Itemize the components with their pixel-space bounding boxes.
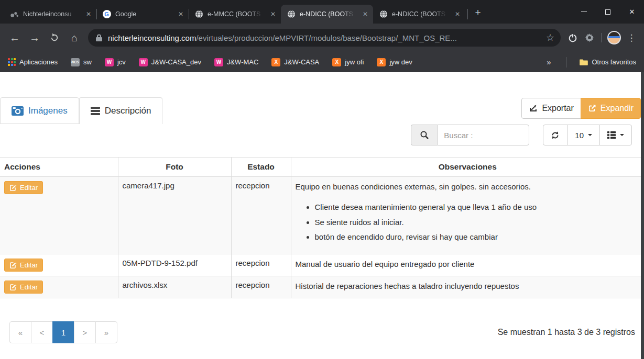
browser-toolbar: ← → ⌂ nichterleinconsulting.com/evirtual…: [0, 24, 644, 52]
refresh-icon: [551, 131, 560, 140]
tab-imagenes-label: Imágenes: [28, 106, 68, 116]
bookmark-aplicaciones[interactable]: Aplicaciones: [8, 58, 58, 66]
bookmark-jyw-dev[interactable]: X jyw dev: [377, 58, 412, 66]
bookmark-sw[interactable]: NCS sw: [71, 58, 92, 66]
site-favicon-icon: [10, 10, 19, 19]
home-button[interactable]: ⌂: [65, 28, 84, 47]
page-last-button[interactable]: »: [95, 321, 117, 343]
cell-observaciones: Historial de reparaciones hechas a talad…: [291, 276, 644, 298]
tab-close-icon[interactable]: ✕: [176, 9, 185, 19]
edit-button[interactable]: Editar: [4, 281, 43, 294]
edit-label: Editar: [20, 283, 38, 291]
page-1-button[interactable]: 1: [52, 321, 74, 343]
minimize-icon: [581, 12, 587, 12]
expand-icon: [588, 104, 596, 113]
minimize-button[interactable]: [572, 0, 596, 24]
bookmark-jcv[interactable]: W jcv: [105, 58, 126, 66]
close-window-button[interactable]: ✕: [620, 0, 644, 24]
columns-icon: [607, 131, 616, 139]
bookmark-label: sw: [83, 58, 92, 66]
address-bar[interactable]: nichterleinconsulting.com/evirtuales/pro…: [88, 29, 561, 47]
page-size-dropdown[interactable]: 10: [567, 125, 600, 145]
toolbar-divider: [601, 33, 602, 42]
url-path: /evirtuales/produccion/eMPVIRT/modulos/b…: [196, 33, 456, 42]
bookmark-jw-casa-dev[interactable]: W J&W-CASA_dev: [139, 58, 201, 66]
scrollbar[interactable]: [641, 72, 644, 359]
tab-imagenes[interactable]: Imágenes: [0, 97, 79, 124]
tab-close-icon[interactable]: ✕: [361, 9, 370, 19]
search-group: [411, 125, 529, 145]
reload-button[interactable]: [45, 28, 64, 47]
bookmark-label: Aplicaciones: [19, 58, 58, 66]
observaciones-item: Se siente ruidos al iniciar.: [315, 217, 640, 228]
bookmark-label: Otros favoritos: [592, 58, 636, 66]
xampp-icon: X: [377, 58, 386, 66]
page-size-value: 10: [575, 131, 584, 140]
globe-favicon-icon: [287, 10, 296, 19]
url-text: nichterleinconsulting.com/evirtuales/pro…: [108, 33, 457, 42]
forward-button[interactable]: →: [25, 28, 44, 47]
bookmark-label: jcv: [117, 58, 126, 66]
chevron-down-icon: [588, 134, 592, 136]
page-first-button[interactable]: «: [9, 321, 31, 343]
refresh-button[interactable]: [543, 125, 567, 145]
ncs-icon: NCS: [71, 58, 80, 66]
back-button[interactable]: ←: [5, 28, 24, 47]
edit-button[interactable]: Editar: [4, 259, 43, 272]
tab-title: e-NDICC (BOOTS: [392, 10, 449, 18]
pencil-square-icon: [9, 262, 17, 269]
browser-tab-nichterlein[interactable]: Nichterleinconsu ✕: [4, 5, 96, 24]
export-button[interactable]: Exportar: [521, 98, 581, 119]
browser-tab-endicc2[interactable]: e-NDICC (BOOTS ✕: [373, 5, 465, 24]
tab-separator: [467, 9, 468, 19]
bookmark-otros-favoritos[interactable]: Otros favoritos: [580, 58, 636, 66]
tab-close-icon[interactable]: ✕: [268, 9, 278, 19]
maximize-icon: [605, 9, 610, 15]
cell-estado: recepcion: [231, 276, 291, 298]
edit-button[interactable]: Editar: [4, 181, 43, 194]
cell-acciones: Editar: [0, 254, 118, 276]
cell-acciones: Editar: [0, 276, 118, 298]
observaciones-item: botón de encendido duro, revisar si hay …: [315, 231, 640, 243]
tab-title: e-NDICC (BOOTS: [300, 10, 356, 18]
bookmarks-overflow-chevron[interactable]: »: [544, 58, 553, 66]
bookmark-label: jyw ofi: [345, 58, 364, 66]
tab-title: Google: [115, 10, 172, 18]
cell-acciones: Editar: [0, 177, 118, 254]
cell-foto: archivos.xlsx: [118, 276, 231, 298]
tab-close-icon[interactable]: ✕: [84, 9, 93, 19]
browser-tab-emmcc[interactable]: e-MMCC (BOOTS ✕: [189, 5, 281, 24]
pencil-square-icon: [9, 184, 17, 192]
xampp-icon: X: [332, 58, 341, 66]
header-acciones: Acciones: [0, 158, 118, 177]
cell-foto: camera417.jpg: [118, 177, 231, 254]
observaciones-text: Historial de reparaciones hechas a talad…: [296, 281, 640, 292]
cell-estado: recepcion: [231, 177, 291, 254]
search-input[interactable]: [437, 125, 529, 145]
browser-menu-icon[interactable]: ⋮: [624, 32, 639, 43]
edit-label: Editar: [20, 184, 38, 192]
profile-avatar[interactable]: [607, 31, 621, 44]
browser-tab-endicc-active[interactable]: e-NDICC (BOOTS ✕: [281, 5, 373, 24]
maximize-button[interactable]: [596, 0, 620, 24]
page-next-button[interactable]: >: [74, 321, 96, 343]
bookmark-jw-mac[interactable]: W J&W-MAC: [214, 58, 258, 66]
bookmark-star-icon[interactable]: ☆: [542, 32, 559, 43]
tab-descripcion-label: Descripción: [105, 106, 151, 116]
extension-gear-icon[interactable]: [582, 30, 597, 46]
bookmark-jw-casa[interactable]: X J&W-CASA: [271, 58, 319, 66]
new-tab-button[interactable]: +: [470, 5, 486, 20]
extension-power-icon[interactable]: [565, 30, 581, 46]
tab-descripcion[interactable]: Descripción: [79, 97, 163, 124]
page-prev-button[interactable]: <: [31, 321, 53, 343]
columns-dropdown[interactable]: [599, 125, 632, 145]
expand-button[interactable]: Expandir: [581, 98, 641, 119]
pagination: « < 1 > »: [9, 321, 117, 343]
table-row: Editar 05M-PDTD-9-152.pdf recepcion Manu…: [0, 254, 644, 276]
bookmark-jyw-ofi[interactable]: X jyw ofi: [332, 58, 364, 66]
tab-close-icon[interactable]: ✕: [453, 9, 462, 19]
browser-tab-google[interactable]: G Google ✕: [96, 5, 189, 24]
browser-window: Nichterleinconsu ✕ G Google ✕ e-MMCC (BO…: [0, 0, 644, 359]
bookmark-label: jyw dev: [389, 58, 412, 66]
wamp-icon: W: [214, 58, 223, 66]
